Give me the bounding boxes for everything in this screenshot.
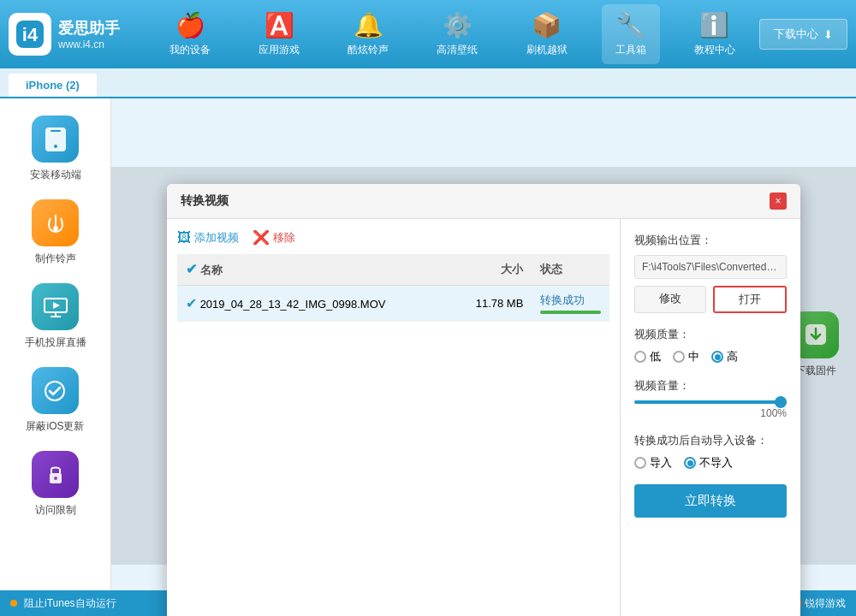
svg-point-4 xyxy=(54,145,57,148)
no-import-option[interactable]: 不导入 xyxy=(684,455,733,471)
import-radio xyxy=(634,457,646,469)
sidebar-ringtone-label: 制作铃声 xyxy=(35,252,76,266)
convert-button[interactable]: 立即转换 xyxy=(634,484,787,518)
no-import-radio xyxy=(684,457,696,469)
output-path: F:\i4Tools7\Files\ConvertedVic xyxy=(634,255,787,279)
quality-low-radio xyxy=(634,351,646,363)
apple-icon: 🍎 xyxy=(175,11,205,39)
sidebar-access-label: 访问限制 xyxy=(35,503,76,518)
slider-track xyxy=(634,400,787,404)
quality-mid-label: 中 xyxy=(688,349,699,364)
remove-icon: ❌ xyxy=(253,229,270,246)
nav-wallpaper[interactable]: ⚙️ 高清壁纸 xyxy=(423,4,491,64)
volume-section: 视频音量： 100% xyxy=(634,378,787,419)
tools-icon: 🔧 xyxy=(615,11,645,39)
table-row[interactable]: ✔ 2019_04_28_13_42_IMG_0998.MOV 11.78 MB… xyxy=(177,286,609,322)
svg-text:i4: i4 xyxy=(22,24,39,45)
nav-jailbreak-label: 刷机越狱 xyxy=(526,43,568,57)
import-option[interactable]: 导入 xyxy=(634,455,672,471)
bell-icon: 🔔 xyxy=(354,11,383,39)
status-left: 阻止iTunes自动运行 xyxy=(10,596,116,611)
logo-area: i4 爱思助手 www.i4.cn xyxy=(9,13,146,56)
col-name: ✔ 名称 xyxy=(177,254,450,286)
info-icon: ℹ️ xyxy=(699,11,729,39)
header: i4 爱思助手 www.i4.cn 🍎 我的设备 🅰️ 应用游戏 🔔 酷炫铃声 … xyxy=(0,0,856,68)
quality-label: 视频质量： xyxy=(634,327,787,342)
itunes-status-text: 阻止iTunes自动运行 xyxy=(24,596,116,611)
sidebar-item-install[interactable]: 安装移动端 xyxy=(30,116,81,182)
svg-rect-3 xyxy=(51,130,61,132)
access-icon xyxy=(32,451,79,498)
logo-icon: i4 xyxy=(9,13,51,56)
ios-update-icon xyxy=(32,367,79,414)
nav-tools[interactable]: 🔧 工具箱 xyxy=(602,4,660,64)
nav-tutorials[interactable]: ℹ️ 教程中心 xyxy=(681,4,749,64)
nav-items: 🍎 我的设备 🅰️ 应用游戏 🔔 酷炫铃声 ⚙️ 高清壁纸 📦 刷机越狱 🔧 工… xyxy=(146,4,759,64)
download-arrow-icon: ⬇ xyxy=(823,28,833,41)
dialog-close-button[interactable]: × xyxy=(770,192,787,210)
svg-point-12 xyxy=(54,477,57,480)
logo-text: 爱思助手 www.i4.cn xyxy=(58,18,120,50)
sidebar: 安装移动端 制作铃声 手机投屏直播 屏蔽iOS更新 访问限制 xyxy=(0,98,111,590)
quality-mid-radio xyxy=(673,351,685,363)
convert-video-dialog: 转换视频 × 🖼 添加视频 ❌ xyxy=(167,184,800,616)
download-label: 下载中心 xyxy=(774,27,818,42)
file-name-cell: ✔ 2019_04_28_13_42_IMG_0998.MOV xyxy=(177,286,450,322)
tab-iphone[interactable]: iPhone (2) xyxy=(9,74,97,97)
sidebar-ios-update-label: 屏蔽iOS更新 xyxy=(26,419,84,434)
quality-high-label: 高 xyxy=(727,349,738,364)
sidebar-item-ringtone[interactable]: 制作铃声 xyxy=(32,199,79,266)
nav-app-game[interactable]: 🅰️ 应用游戏 xyxy=(245,4,313,64)
download-center-button[interactable]: 下载中心 ⬇ xyxy=(759,19,847,50)
quality-section: 视频质量： 低 中 xyxy=(634,327,787,364)
import-options: 导入 不导入 xyxy=(634,455,787,471)
check-all-icon: ✔ xyxy=(186,262,197,276)
sidebar-item-access[interactable]: 访问限制 xyxy=(32,451,79,518)
quality-low[interactable]: 低 xyxy=(634,349,661,364)
file-name: 2019_04_28_13_42_IMG_0998.MOV xyxy=(200,298,386,311)
import-label: 导入 xyxy=(650,455,672,471)
sidebar-item-ios-update[interactable]: 屏蔽iOS更新 xyxy=(26,367,84,434)
auto-import-section: 转换成功后自动导入设备： 导入 不导入 xyxy=(634,433,787,471)
nav-my-device-label: 我的设备 xyxy=(169,43,211,57)
tabs-bar: iPhone (2) xyxy=(0,68,856,98)
volume-label: 视频音量： xyxy=(634,378,787,394)
file-table: ✔ 名称 大小 状态 ✔ xyxy=(177,254,609,322)
quality-high[interactable]: 高 xyxy=(711,349,738,364)
add-icon: 🖼 xyxy=(177,230,191,246)
dialog-overlay: 转换视频 × 🖼 添加视频 ❌ xyxy=(111,167,856,565)
nav-jailbreak[interactable]: 📦 刷机越狱 xyxy=(513,4,581,64)
sidebar-item-screen[interactable]: 手机投屏直播 xyxy=(25,283,86,350)
dialog-body: 🖼 添加视频 ❌ 移除 xyxy=(167,219,800,616)
slider-thumb[interactable] xyxy=(775,396,787,408)
slider-fill xyxy=(634,400,787,404)
volume-slider[interactable]: 100% xyxy=(634,400,787,419)
col-name-label: 名称 xyxy=(200,264,223,276)
convert-label: 立即转换 xyxy=(685,493,736,507)
svg-point-10 xyxy=(45,382,64,400)
status-dot-icon xyxy=(10,600,17,607)
file-status-text: 转换成功 xyxy=(540,293,601,308)
open-button[interactable]: 打开 xyxy=(713,286,787,313)
screen-icon xyxy=(32,283,79,330)
auto-import-label: 转换成功后自动导入设备： xyxy=(634,433,787,448)
remove-button[interactable]: ❌ 移除 xyxy=(253,229,295,246)
add-label: 添加视频 xyxy=(194,230,239,246)
col-status: 状态 xyxy=(532,254,609,286)
path-buttons: 修改 打开 xyxy=(634,286,787,313)
modify-button[interactable]: 修改 xyxy=(634,286,706,313)
add-video-button[interactable]: 🖼 添加视频 xyxy=(177,230,239,246)
brand-name: 爱思助手 xyxy=(58,18,120,38)
nav-ringtone[interactable]: 🔔 酷炫铃声 xyxy=(334,4,402,64)
app-icon: 🅰️ xyxy=(265,11,294,39)
jailbreak-icon: 📦 xyxy=(532,11,562,39)
progress-bar xyxy=(540,311,601,314)
remove-label: 移除 xyxy=(273,230,295,246)
quality-mid[interactable]: 中 xyxy=(673,349,699,364)
dialog-toolbar: 🖼 添加视频 ❌ 移除 xyxy=(177,229,609,246)
nav-my-device[interactable]: 🍎 我的设备 xyxy=(156,4,224,64)
nav-tutorials-label: 教程中心 xyxy=(694,43,735,57)
svg-marker-7 xyxy=(53,302,60,309)
main-area: 安装移动端 制作铃声 手机投屏直播 屏蔽iOS更新 访问限制 xyxy=(0,98,856,590)
wallpaper-icon: ⚙️ xyxy=(443,11,473,39)
